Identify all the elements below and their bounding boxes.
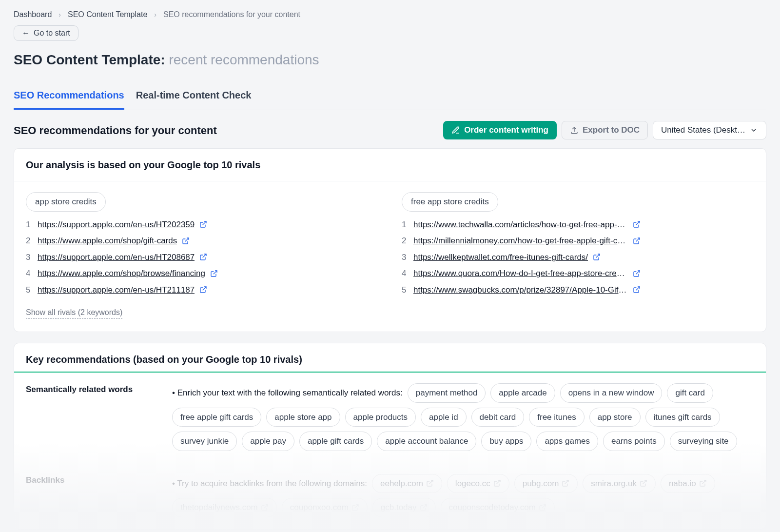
show-all-rivals-link[interactable]: Show all rivals (2 keywords) bbox=[26, 307, 122, 319]
chevron-right-icon: › bbox=[58, 10, 61, 20]
rival-rank: 5 bbox=[26, 284, 33, 296]
rival-item: 4https://www.quora.com/How-do-I-get-free… bbox=[402, 267, 754, 280]
tabs: SEO Recommendations Real-time Content Ch… bbox=[14, 86, 766, 110]
external-link-icon[interactable] bbox=[633, 237, 641, 245]
semantic-tag[interactable]: debit card bbox=[471, 408, 525, 427]
rival-rank: 1 bbox=[402, 218, 409, 231]
external-link-icon[interactable] bbox=[633, 286, 641, 294]
external-link-icon bbox=[420, 504, 428, 512]
actions-bar: Order content writing Export to DOC Unit… bbox=[443, 121, 766, 139]
external-link-icon bbox=[562, 479, 569, 487]
rival-rank: 1 bbox=[26, 218, 33, 231]
external-link-icon[interactable] bbox=[182, 237, 190, 245]
chevron-down-icon bbox=[749, 126, 758, 135]
backlink-domain: gcb.today bbox=[381, 501, 417, 514]
rival-rank: 4 bbox=[402, 267, 409, 280]
rival-link[interactable]: https://millennialmoney.com/how-to-get-f… bbox=[413, 235, 628, 247]
semantic-tag[interactable]: app store bbox=[589, 408, 641, 427]
rival-link[interactable]: https://support.apple.com/en-us/HT211187 bbox=[38, 284, 195, 296]
external-link-icon bbox=[261, 504, 269, 512]
backlink-domain: pubg.com bbox=[523, 477, 559, 490]
breadcrumb-current: SEO recommendations for your content bbox=[163, 9, 300, 20]
backlink-tag[interactable]: eehelp.com bbox=[372, 474, 442, 493]
backlinks-lead: • Try to acquire backlinks from the foll… bbox=[172, 477, 367, 490]
go-to-start-label: Go to start bbox=[34, 29, 70, 38]
rival-rank: 3 bbox=[402, 251, 409, 264]
external-link-icon[interactable] bbox=[199, 253, 207, 261]
tab-seo-recommendations[interactable]: SEO Recommendations bbox=[14, 86, 124, 110]
key-card-heading: Key recommendations (based on your Googl… bbox=[14, 343, 766, 372]
rival-link[interactable]: https://www.apple.com/shop/gift-cards bbox=[38, 235, 177, 247]
breadcrumb-dashboard[interactable]: Dashboard bbox=[14, 9, 52, 20]
rival-link[interactable]: https://support.apple.com/en-us/HT202359 bbox=[38, 218, 195, 231]
keyword-pill: free app store credits bbox=[402, 192, 498, 212]
semantic-tag[interactable]: earns points bbox=[603, 432, 665, 451]
semantic-tag[interactable]: apple arcade bbox=[490, 383, 555, 403]
external-link-icon bbox=[640, 479, 647, 487]
external-link-icon[interactable] bbox=[199, 220, 207, 228]
semantic-tag[interactable]: payment method bbox=[408, 383, 486, 403]
semantic-tag[interactable]: apple id bbox=[421, 408, 467, 427]
rival-link[interactable]: https://www.quora.com/How-do-I-get-free-… bbox=[413, 267, 628, 280]
semantic-tag[interactable]: survey junkie bbox=[172, 432, 237, 451]
tab-realtime-check[interactable]: Real-time Content Check bbox=[136, 86, 252, 110]
semantic-tag[interactable]: apple store app bbox=[266, 408, 340, 427]
semantic-tag[interactable]: gift card bbox=[667, 383, 713, 403]
backlink-tag[interactable]: naba.io bbox=[661, 474, 715, 493]
external-link-icon bbox=[351, 504, 359, 512]
external-link-icon[interactable] bbox=[633, 270, 641, 277]
semantic-tag[interactable]: buy apps bbox=[481, 432, 531, 451]
rival-link[interactable]: https://support.apple.com/en-us/HT208687 bbox=[38, 251, 195, 264]
backlink-domain: thetopdailynews.com bbox=[180, 501, 258, 514]
semantic-tag[interactable]: apple account balance bbox=[377, 432, 476, 451]
backlink-tag[interactable]: pubg.com bbox=[514, 474, 578, 493]
backlink-tag[interactable]: couponxoo.com bbox=[282, 498, 368, 517]
semantic-tag[interactable]: apps games bbox=[536, 432, 598, 451]
rival-rank: 2 bbox=[26, 235, 33, 247]
external-link-icon[interactable] bbox=[199, 286, 207, 294]
external-link-icon[interactable] bbox=[593, 253, 601, 261]
semantic-tag[interactable]: surveying site bbox=[670, 432, 737, 451]
semantic-tag[interactable]: apple gift cards bbox=[299, 432, 372, 451]
semantic-tag[interactable]: free itunes bbox=[529, 408, 584, 427]
edit-icon bbox=[451, 126, 460, 135]
backlink-domain: logeco.cc bbox=[455, 477, 490, 490]
rival-item: 1https://www.techwalla.com/articles/how-… bbox=[402, 218, 754, 231]
keyword-pill: app store credits bbox=[26, 192, 106, 212]
external-link-icon[interactable] bbox=[210, 270, 218, 277]
backlink-domain: smira.org.uk bbox=[591, 477, 637, 490]
page-title-prefix: SEO Content Template: bbox=[14, 52, 165, 67]
semantic-tag[interactable]: apple products bbox=[345, 408, 416, 427]
section-heading: SEO recommendations for your content bbox=[14, 122, 217, 138]
export-doc-button[interactable]: Export to DOC bbox=[562, 121, 648, 139]
external-link-icon[interactable] bbox=[633, 220, 641, 228]
breadcrumb-template[interactable]: SEO Content Template bbox=[68, 9, 147, 20]
country-dropdown[interactable]: United States (Deskt… bbox=[653, 121, 766, 139]
semantic-tag[interactable]: opens in a new window bbox=[560, 383, 663, 403]
semantic-tag[interactable]: itunes gift cards bbox=[645, 408, 720, 427]
rival-item: 2https://www.apple.com/shop/gift-cards bbox=[26, 235, 378, 247]
external-link-icon bbox=[426, 479, 434, 487]
rival-link[interactable]: https://www.swagbucks.com/p/prize/32897/… bbox=[413, 284, 628, 296]
row-label: Backlinks bbox=[26, 474, 153, 517]
backlink-tag[interactable]: couponscodetoday.com bbox=[441, 498, 555, 517]
backlink-tag[interactable]: gcb.today bbox=[372, 498, 436, 517]
row-label: Semantically related words bbox=[26, 383, 153, 451]
go-to-start-button[interactable]: ← Go to start bbox=[14, 25, 78, 41]
backlink-tag[interactable]: logeco.cc bbox=[447, 474, 509, 493]
external-link-icon bbox=[493, 479, 501, 487]
semantic-tag[interactable]: free apple gift cards bbox=[172, 408, 261, 427]
rival-item: 5https://support.apple.com/en-us/HT21118… bbox=[26, 284, 378, 296]
rival-link[interactable]: https://www.techwalla.com/articles/how-t… bbox=[413, 218, 628, 231]
rival-link[interactable]: https://wellkeptwallet.com/free-itunes-g… bbox=[413, 251, 588, 264]
order-content-button[interactable]: Order content writing bbox=[443, 121, 557, 139]
backlink-tag[interactable]: thetopdailynews.com bbox=[172, 498, 277, 517]
semantic-tag[interactable]: apple pay bbox=[242, 432, 294, 451]
key-recommendations-card: Key recommendations (based on your Googl… bbox=[14, 343, 766, 530]
backlink-domain: eehelp.com bbox=[380, 477, 423, 490]
backlink-tag[interactable]: smira.org.uk bbox=[583, 474, 656, 493]
semantic-lead: • Enrich your text with the following se… bbox=[172, 387, 403, 399]
backlink-domain: couponxoo.com bbox=[290, 501, 349, 514]
rival-link[interactable]: https://www.apple.com/shop/browse/financ… bbox=[38, 267, 205, 280]
backlink-domain: naba.io bbox=[669, 477, 696, 490]
